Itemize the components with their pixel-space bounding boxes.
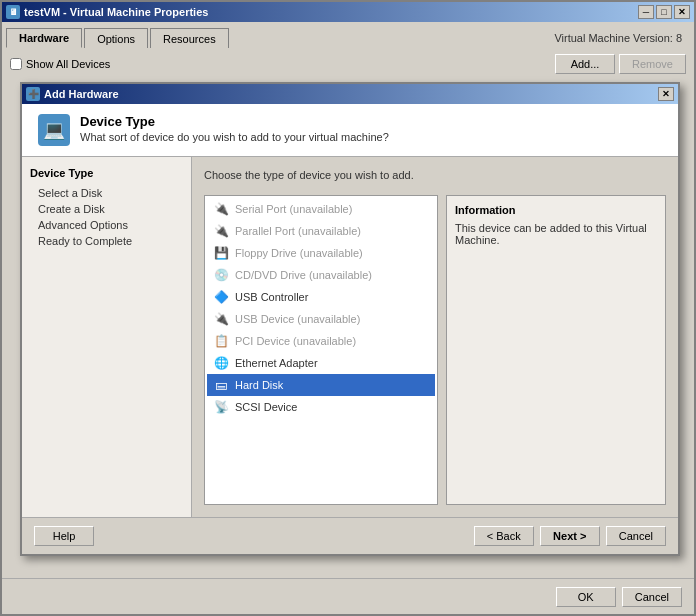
cddvd-drive-icon: 💿 <box>213 267 229 283</box>
sidebar-item-select-disk[interactable]: Select a Disk <box>34 185 183 201</box>
sidebar-item-create-disk[interactable]: Create a Disk <box>34 201 183 217</box>
modal-overlay: ➕ Add Hardware ✕ 💻 Device Type What sort… <box>2 2 694 614</box>
device-usb-device[interactable]: 🔌 USB Device (unavailable) <box>207 308 435 330</box>
serial-port-icon: 🔌 <box>213 201 229 217</box>
modal-footer: Help < Back Next > Cancel <box>22 517 678 554</box>
modal-main: Choose the type of device you wish to ad… <box>192 157 678 517</box>
outer-window: 🖥 testVM - Virtual Machine Properties ─ … <box>0 0 696 616</box>
parallel-port-icon: 🔌 <box>213 223 229 239</box>
modal-title: Add Hardware <box>44 88 119 100</box>
cancel-button[interactable]: Cancel <box>606 526 666 546</box>
sidebar-title: Device Type <box>30 167 183 179</box>
device-list[interactable]: 🔌 Serial Port (unavailable) 🔌 Parallel P… <box>204 195 438 505</box>
sidebar-item-ready-to-complete[interactable]: Ready to Complete <box>34 233 183 249</box>
modal-body: Device Type Select a Disk Create a Disk … <box>22 157 678 517</box>
info-panel-text: This device can be added to this Virtual… <box>455 222 657 246</box>
modal-window-icon: ➕ <box>26 87 40 101</box>
info-panel-title: Information <box>455 204 657 216</box>
info-panel: Information This device can be added to … <box>446 195 666 505</box>
device-cddvd-drive[interactable]: 💿 CD/DVD Drive (unavailable) <box>207 264 435 286</box>
usb-controller-icon: 🔷 <box>213 289 229 305</box>
device-serial-port[interactable]: 🔌 Serial Port (unavailable) <box>207 198 435 220</box>
floppy-drive-icon: 💾 <box>213 245 229 261</box>
sidebar-item-advanced-options[interactable]: Advanced Options <box>34 217 183 233</box>
modal-header-icon: 💻 <box>38 114 70 146</box>
modal-sidebar: Device Type Select a Disk Create a Disk … <box>22 157 192 517</box>
modal-header: 💻 Device Type What sort of device do you… <box>22 104 678 157</box>
scsi-device-icon: 📡 <box>213 399 229 415</box>
device-hard-disk[interactable]: 🖴 Hard Disk <box>207 374 435 396</box>
device-scsi[interactable]: 📡 SCSI Device <box>207 396 435 418</box>
next-button[interactable]: Next > <box>540 526 600 546</box>
modal-close-button[interactable]: ✕ <box>658 87 674 101</box>
ethernet-adapter-icon: 🌐 <box>213 355 229 371</box>
back-button[interactable]: < Back <box>474 526 534 546</box>
device-usb-controller[interactable]: 🔷 USB Controller <box>207 286 435 308</box>
modal-header-subtitle: What sort of device do you wish to add t… <box>80 131 389 143</box>
modal-title-bar: ➕ Add Hardware ✕ <box>22 84 678 104</box>
device-pci-device[interactable]: 📋 PCI Device (unavailable) <box>207 330 435 352</box>
hard-disk-icon: 🖴 <box>213 377 229 393</box>
device-parallel-port[interactable]: 🔌 Parallel Port (unavailable) <box>207 220 435 242</box>
pci-device-icon: 📋 <box>213 333 229 349</box>
device-ethernet-adapter[interactable]: 🌐 Ethernet Adapter <box>207 352 435 374</box>
add-hardware-dialog: ➕ Add Hardware ✕ 💻 Device Type What sort… <box>20 82 680 556</box>
main-instruction: Choose the type of device you wish to ad… <box>204 169 666 181</box>
usb-device-icon: 🔌 <box>213 311 229 327</box>
device-floppy-drive[interactable]: 💾 Floppy Drive (unavailable) <box>207 242 435 264</box>
help-button[interactable]: Help <box>34 526 94 546</box>
modal-header-title: Device Type <box>80 114 389 129</box>
